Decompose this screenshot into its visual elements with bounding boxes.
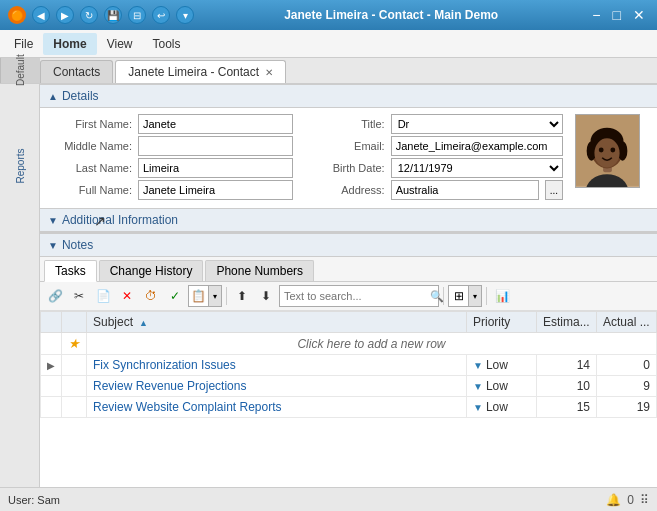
middle-name-row: Middle Name: [52,136,293,156]
nav-down-button[interactable]: ⬇ [255,285,277,307]
title-bar: 🟠 ◀ ▶ ↻ 💾 ⊟ ↩ ▾ Janete Limeira - Contact… [0,0,657,30]
details-header[interactable]: ▲ Details [40,84,657,108]
th-actual[interactable]: Actual ... [597,312,657,333]
app-icon-button[interactable]: 🟠 [8,6,26,24]
row1-actual: 0 [597,355,657,376]
tab-contacts[interactable]: Contacts [40,60,113,83]
row3-subject[interactable]: Review Website Complaint Reports [87,397,467,418]
tab-contact-detail[interactable]: Janete Limeira - Contact ✕ [115,60,286,83]
side-panel: Reports [0,84,40,487]
save-button[interactable]: 💾 [104,6,122,24]
birth-date-select[interactable]: 12/11/1979 [391,158,563,178]
row1-actual-text: 0 [643,358,650,372]
address-input[interactable] [391,180,539,200]
first-name-input[interactable] [138,114,293,134]
svg-point-9 [610,148,615,153]
additional-info-title: Additional Information [62,213,178,227]
nav-back-button[interactable]: ◀ [32,6,50,24]
last-name-label: Last Name: [52,162,132,174]
row1-priority: ▼ Low [467,355,537,376]
layout-button[interactable]: ⊟ [128,6,146,24]
link-tool-button[interactable]: 🔗 [44,285,66,307]
row1-priority-text: Low [486,358,508,372]
app-window: 🟠 ◀ ▶ ↻ 💾 ⊟ ↩ ▾ Janete Limeira - Contact… [0,0,657,511]
address-more-icon[interactable]: ... [545,180,563,200]
row3-subject-text: Review Website Complaint Reports [93,400,282,414]
sort-icon: ▲ [139,318,148,328]
row3-actual: 19 [597,397,657,418]
dropdown-button[interactable]: ▾ [176,6,194,24]
additional-info-header[interactable]: ▼ Additional Information ↗ [40,208,657,232]
status-right: 🔔 0 ⠿ [606,493,649,507]
menu-file[interactable]: File [4,33,43,55]
nav-forward-button[interactable]: ▶ [56,6,74,24]
priority-badge: ▼ Low [473,400,508,414]
title-select[interactable]: Dr [391,114,563,134]
default-panel-label: Default [0,58,40,83]
new-tool-button[interactable]: 📄 [92,285,114,307]
row2-expand [41,376,62,397]
view-dropdown-arrow[interactable]: ▾ [468,285,482,307]
more-tool-button[interactable]: 📋 [188,285,208,307]
menu-tools[interactable]: Tools [142,33,190,55]
contact-photo [575,114,645,202]
row3-actual-text: 19 [637,400,650,414]
full-name-input[interactable] [138,180,293,200]
add-row-expand [41,333,62,355]
add-new-row[interactable]: ★ Click here to add a new row [41,333,657,355]
nav-up-button[interactable]: ⬆ [231,285,253,307]
email-input[interactable] [391,136,563,156]
first-name-row: First Name: [52,114,293,134]
tab-close-button[interactable]: ✕ [265,67,273,78]
minimize-button[interactable]: − [588,7,604,23]
tab-tasks-label: Tasks [55,264,86,278]
details-arrow-icon: ▲ [48,91,58,102]
row2-subject[interactable]: Review Revenue Projections [87,376,467,397]
close-button[interactable]: ✕ [629,7,649,23]
task-toolbar: 🔗 ✂ 📄 ✕ ⏱ ✓ 📋 ▾ ⬆ ⬇ 🔍 [40,282,657,311]
window-title: Janete Limeira - Contact - Main Demo [194,8,588,22]
grid-icon[interactable]: ⠿ [640,493,649,507]
tab-change-history-label: Change History [110,264,193,278]
more-split-button: 📋 ▾ [188,285,222,307]
tab-change-history[interactable]: Change History [99,260,204,281]
th-subject[interactable]: Subject ▲ [87,312,467,333]
main-wrapper: Reports ▲ Details First Name: [0,84,657,487]
add-row-label: Click here to add a new row [297,337,445,351]
timer-tool-button[interactable]: ⏱ [140,285,162,307]
th-expand [41,312,62,333]
search-box: 🔍 [279,285,439,307]
expand-icon[interactable]: ▶ [47,360,55,371]
search-icon[interactable]: 🔍 [426,290,448,303]
th-subject-label: Subject [93,315,133,329]
middle-name-input[interactable] [138,136,293,156]
content-area: ▲ Details First Name: Middle Name: [40,84,657,487]
notes-header[interactable]: ▼ Notes [40,233,657,257]
row1-expand[interactable]: ▶ [41,355,62,376]
last-name-input[interactable] [138,158,293,178]
chart-button[interactable]: 📊 [491,285,513,307]
add-row-text[interactable]: Click here to add a new row [87,333,657,355]
menu-view[interactable]: View [97,33,143,55]
search-input[interactable] [280,288,426,304]
more-dropdown-arrow[interactable]: ▾ [208,285,222,307]
th-estimated[interactable]: Estima... [537,312,597,333]
row1-subject[interactable]: Fix Synchronization Issues [87,355,467,376]
row3-estimated: 15 [537,397,597,418]
tab-tasks[interactable]: Tasks [44,260,97,282]
details-section: ▲ Details First Name: Middle Name: [40,84,657,208]
complete-tool-button[interactable]: ✓ [164,285,186,307]
cut-tool-button[interactable]: ✂ [68,285,90,307]
menu-home[interactable]: Home [43,33,96,55]
grid-view-button[interactable]: ⊞ [448,285,468,307]
th-priority[interactable]: Priority [467,312,537,333]
delete-tool-button[interactable]: ✕ [116,285,138,307]
priority-arrow-icon: ▼ [473,360,483,371]
refresh-button[interactable]: ↻ [80,6,98,24]
row2-priority-text: Low [486,379,508,393]
maximize-button[interactable]: □ [609,7,625,23]
row1-star [62,355,87,376]
reports-icon[interactable]: Reports [6,141,34,191]
undo-button[interactable]: ↩ [152,6,170,24]
tab-phone-numbers[interactable]: Phone Numbers [205,260,314,281]
